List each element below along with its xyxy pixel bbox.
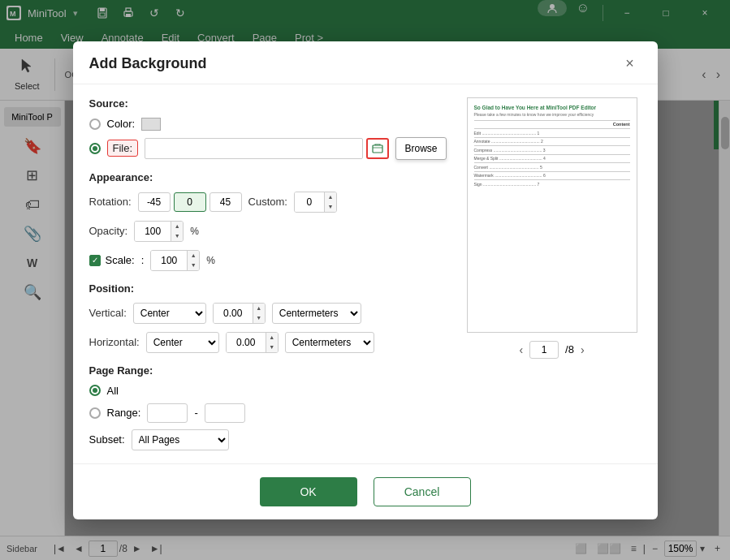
add-background-dialog: Add Background × Source: Color: File: [73, 41, 658, 519]
preview-item-watermark: Watermark ..............................… [474, 173, 630, 178]
vertical-offset-arrows: ▲ ▼ [253, 304, 265, 323]
appearance-label: Appearance: [89, 171, 447, 183]
file-label: File: [107, 140, 139, 157]
custom-rotation-input: ▲ ▼ [294, 192, 337, 213]
custom-label: Custom: [248, 196, 287, 208]
preview-doc-subtitle: Please take a few minutes to know how we… [474, 112, 630, 117]
page-range-label: Page Range: [89, 364, 447, 377]
subset-select[interactable]: All Pages Even Pages Odd Pages [132, 429, 229, 450]
preview-divider7 [474, 171, 630, 172]
color-preview[interactable] [141, 118, 161, 131]
custom-rotation-field[interactable] [295, 192, 324, 212]
range-end-input[interactable] [205, 403, 245, 423]
browse-button[interactable]: Browse [395, 137, 446, 160]
preview-divider4 [474, 145, 630, 146]
opacity-percent: % [190, 226, 199, 237]
vertical-offset-down[interactable]: ▼ [253, 313, 265, 323]
modal-overlay: Add Background × Source: Color: File: [0, 0, 730, 560]
range-label: Range: [107, 407, 141, 419]
opacity-row: Opacity: ▲ ▼ % [89, 221, 447, 242]
svg-rect-9 [373, 145, 382, 153]
scale-row: ✓ Scale: : ▲ ▼ % [89, 250, 447, 271]
range-start-input[interactable] [147, 403, 188, 423]
ok-button[interactable]: OK [260, 477, 357, 506]
preview-nav: ‹ /8 › [519, 341, 584, 359]
cancel-button[interactable]: Cancel [374, 477, 471, 506]
opacity-input: ▲ ▼ [134, 221, 184, 242]
color-radio[interactable] [89, 118, 101, 130]
scale-down[interactable]: ▼ [188, 261, 199, 270]
custom-rotation-up[interactable]: ▲ [325, 192, 336, 202]
vertical-select[interactable]: Center Top Bottom [133, 303, 206, 324]
horizontal-select[interactable]: Center Left Right [146, 332, 219, 353]
vertical-label: Vertical: [89, 307, 127, 319]
appearance-section: Appearance: Rotation: -45 0 45 Custom: [89, 171, 447, 271]
position-section: Position: Vertical: Center Top Bottom [89, 282, 447, 353]
preview-page-total: /8 [565, 343, 574, 355]
preview-content-label: Content [474, 122, 630, 127]
horizontal-unit-select[interactable]: Centermeters [285, 332, 374, 353]
opacity-up[interactable]: ▲ [171, 222, 183, 231]
range-radio-row: Range: - [89, 403, 447, 423]
page-range-section: Page Range: All Range: - Subset: [89, 364, 447, 450]
custom-rotation-arrows: ▲ ▼ [324, 192, 336, 212]
preview-divider6 [474, 162, 630, 163]
horizontal-offset-field[interactable] [227, 333, 266, 352]
rotation-row: Rotation: -45 0 45 Custom: ▲ ▼ [89, 192, 447, 213]
preview-divider2 [474, 128, 630, 129]
scale-label: Scale: [106, 254, 135, 266]
horizontal-offset-up[interactable]: ▲ [266, 333, 278, 342]
preview-item-edit: Edit ...................................… [474, 131, 630, 136]
vertical-offset-input: ▲ ▼ [213, 303, 266, 324]
preview-box: So Glad to Have You Here at MiniTool PDF… [467, 97, 637, 333]
file-radio[interactable] [89, 143, 101, 154]
opacity-label: Opacity: [89, 225, 128, 237]
file-path-input[interactable] [145, 138, 363, 159]
horizontal-offset-down[interactable]: ▼ [266, 342, 278, 352]
horizontal-label: Horizontal: [89, 336, 140, 348]
dialog-title-bar: Add Background × [73, 41, 658, 84]
rotation-pos45-btn[interactable]: 45 [209, 192, 242, 212]
preview-divider8 [474, 179, 630, 180]
vertical-offset-field[interactable] [214, 304, 253, 323]
vertical-unit-select[interactable]: Centermeters [272, 303, 361, 324]
dialog-preview: So Glad to Have You Here at MiniTool PDF… [463, 97, 641, 450]
all-radio[interactable] [89, 385, 101, 396]
preview-divider [474, 120, 630, 121]
scale-checkbox-label[interactable]: ✓ Scale: [89, 254, 135, 266]
preview-page-input[interactable] [529, 341, 559, 359]
vertical-row: Vertical: Center Top Bottom ▲ ▼ [89, 303, 447, 324]
vertical-offset-up[interactable]: ▲ [253, 304, 265, 313]
horizontal-row: Horizontal: Center Left Right ▲ ▼ [89, 332, 447, 353]
dialog-form: Source: Color: File: [89, 97, 447, 450]
opacity-arrows: ▲ ▼ [171, 222, 183, 241]
scale-field[interactable] [151, 251, 187, 270]
opacity-down[interactable]: ▼ [171, 231, 183, 241]
scale-up[interactable]: ▲ [188, 251, 199, 261]
scale-checkbox[interactable]: ✓ [89, 255, 101, 266]
scale-arrows: ▲ ▼ [187, 251, 199, 270]
preview-item-compress: Compress ...............................… [474, 148, 630, 153]
all-label: All [107, 385, 119, 397]
preview-next-btn[interactable]: › [581, 343, 585, 356]
dialog-body: Source: Color: File: [73, 84, 658, 463]
color-source-row: Color: [89, 118, 447, 131]
preview-divider5 [474, 154, 630, 155]
custom-rotation-down[interactable]: ▼ [325, 202, 336, 212]
range-dash: - [194, 407, 197, 419]
opacity-field[interactable] [135, 222, 171, 241]
range-radio[interactable] [89, 407, 101, 419]
preview-doc-title: So Glad to Have You Here at MiniTool PDF… [474, 105, 630, 110]
preview-prev-btn[interactable]: ‹ [519, 343, 523, 356]
subset-label: Subset: [89, 433, 125, 446]
dialog-close-btn[interactable]: × [619, 53, 641, 75]
file-input-row [145, 138, 389, 159]
scale-input: ▲ ▼ [150, 250, 200, 271]
horizontal-offset-input: ▲ ▼ [226, 332, 279, 353]
rotation-label: Rotation: [89, 196, 132, 208]
rotation-neg45-btn[interactable]: -45 [138, 192, 171, 212]
rotation-0-btn[interactable]: 0 [174, 192, 206, 212]
file-browse-icon-btn[interactable] [366, 138, 389, 159]
subset-row: Subset: All Pages Even Pages Odd Pages [89, 429, 447, 450]
dialog-title: Add Background [89, 55, 207, 72]
